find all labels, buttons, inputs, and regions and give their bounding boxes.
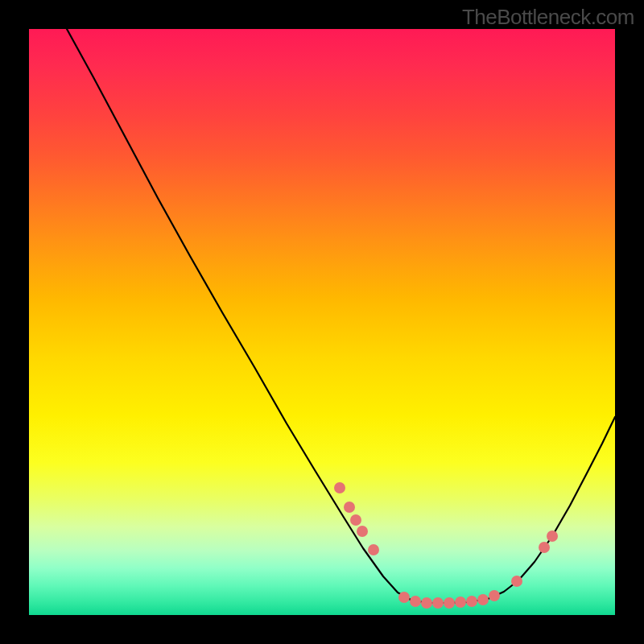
- data-point: [466, 596, 477, 607]
- data-points-group: [334, 482, 558, 609]
- chart-svg: [29, 29, 615, 615]
- data-point: [539, 542, 550, 553]
- data-point: [350, 514, 361, 526]
- data-point: [398, 592, 410, 603]
- watermark: TheBottleneck.com: [462, 5, 634, 30]
- data-point: [444, 597, 455, 609]
- data-point: [357, 526, 368, 537]
- data-point: [421, 597, 432, 609]
- data-point: [432, 597, 444, 609]
- data-point: [477, 594, 489, 605]
- data-point: [410, 596, 421, 607]
- data-point: [368, 544, 379, 555]
- data-point: [489, 590, 500, 601]
- chart-plot-area: [29, 29, 615, 615]
- data-point: [547, 530, 558, 542]
- data-point: [455, 597, 466, 608]
- data-point: [511, 576, 522, 587]
- bottleneck-curve: [67, 29, 615, 603]
- data-point: [334, 482, 345, 493]
- data-point: [344, 502, 355, 513]
